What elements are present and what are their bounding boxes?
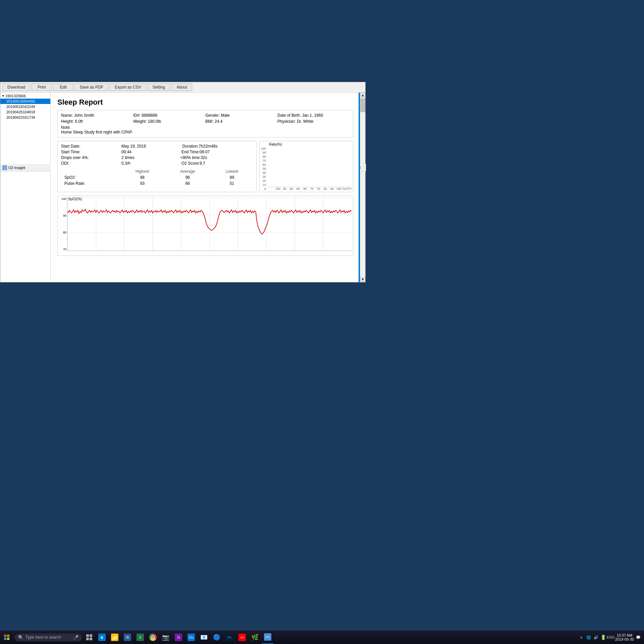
spo2-plot: SpO2(%) <box>67 197 352 251</box>
app9-icon[interactable]: 📧 <box>198 631 210 644</box>
gender-value: Male <box>221 113 230 118</box>
sidebar-item-2[interactable]: 20190425104818 <box>0 109 50 115</box>
ratio-x-85: 85 <box>295 187 301 191</box>
ratio-y-100: 100 <box>261 147 266 150</box>
title-bar-left: O O2 Insight <box>2 165 25 170</box>
bmi-value: 24.4 <box>215 119 222 124</box>
taskbar: 🔍 Type here to search 🎤 e 📁 W X <box>0 631 644 644</box>
sidebar-item-3[interactable]: 20190423161734 <box>0 115 50 120</box>
start-date-row: Start Date: May 19, 2019 Duration: 7h22m… <box>61 144 253 149</box>
patient-row-1: Name: John Smith ID#: 8888888 Gender: Ma… <box>61 113 350 118</box>
stats-container: Start Date: May 19, 2019 Duration: 7h22m… <box>57 141 353 192</box>
o2insight-taskbar-icon[interactable]: O2 <box>262 631 274 644</box>
patient-row-2: Height: 6.0ft Weight: 180.0lb BMI: 24.4 … <box>61 119 350 124</box>
spo2-y-100: 100 <box>59 197 66 201</box>
bmi-label: BMI: <box>205 119 214 124</box>
sidebar-item-0[interactable]: 20190519004450 <box>0 99 50 104</box>
ratio-chart-area: 100 90 80 70 60 50 40 30 20 10 0 <box>261 147 352 191</box>
patient-height-cell: Height: 6.0ft <box>61 119 133 124</box>
outlook-icon[interactable]: Ou <box>185 631 197 644</box>
ratio-x-60: 60 <box>329 187 335 191</box>
drops-label: Drops over 4%: <box>61 155 121 160</box>
svg-rect-5 <box>7 638 9 640</box>
search-icon: 🔍 <box>18 635 23 640</box>
ratio-chart-title: Ratio(%) <box>261 143 352 146</box>
lang-indicator[interactable]: ENG <box>608 634 614 640</box>
stats-table-section: Highest Average Lowest SpO2: 98 96 <box>61 168 253 186</box>
mic-icon: 🎤 <box>73 635 78 640</box>
edge-icon[interactable]: e <box>96 631 108 644</box>
odi-row: ODI: 0.3/h O2 Score: 9.7 <box>61 161 253 166</box>
stats-col-average: Average <box>164 168 211 174</box>
save-pdf-button[interactable]: Save as PDF <box>74 84 108 91</box>
ratio-y-40: 40 <box>261 171 266 174</box>
scrollbar-down-button[interactable]: ▼ <box>360 277 365 282</box>
taskbar-search[interactable]: 🔍 Type here to search 🎤 <box>15 634 82 641</box>
onenote-icon[interactable]: N <box>172 631 184 644</box>
start-date-value: May 19, 2019 <box>121 144 176 149</box>
ratio-x-lt60: <60 <box>335 187 342 191</box>
start-button[interactable] <box>0 631 13 644</box>
name-label: Name: <box>61 113 73 118</box>
start-time-row: Start Time: 00:44 End Time: 08:07 <box>61 150 253 154</box>
export-csv-button[interactable]: Export as CSV <box>110 84 146 91</box>
report-area[interactable]: Sleep Report Name: John Smith ID#: 88888… <box>51 93 360 282</box>
up-arrow-icon[interactable]: ∧ <box>578 634 584 640</box>
ratio-chart-box: Ratio(%) 100 90 80 70 60 50 40 30 20 <box>259 141 353 192</box>
download-button[interactable]: Download <box>2 84 30 91</box>
photoshop-icon[interactable]: Ps <box>223 631 235 644</box>
photos-icon[interactable]: 📷 <box>160 631 172 644</box>
volume-icon[interactable]: 🔊 <box>593 634 599 640</box>
spo2-signal-svg <box>67 197 352 251</box>
network-icon[interactable]: 🌐 <box>586 634 592 640</box>
ratio-x-100: 100 <box>275 187 281 191</box>
about-button[interactable]: About <box>171 84 192 91</box>
sidebar-group: ▼ 1901320666 20190519004450 201905181622… <box>0 93 50 121</box>
report-title: Sleep Report <box>57 98 353 107</box>
scrollbar-track[interactable] <box>360 113 365 277</box>
app-icon: O <box>2 165 7 170</box>
svg-rect-4 <box>4 638 6 640</box>
stats-left: Start Date: May 19, 2019 Duration: 7h22m… <box>57 141 257 192</box>
odi-value: 0.3/h <box>121 161 175 166</box>
ratio-x-90: 90 <box>288 187 294 191</box>
gender-label: Gender: <box>205 113 220 118</box>
acrobat-icon[interactable]: Ac <box>236 631 248 644</box>
pulse-highest: 93 <box>120 180 164 186</box>
taskbar-right: ∧ 🌐 🔊 🔋 ENG 10:37 AM 2019-05-30 💬 <box>578 633 644 641</box>
word-icon[interactable]: W <box>121 631 133 644</box>
taskbar-clock[interactable]: 10:37 AM 2019-05-30 <box>615 633 634 641</box>
id-label: ID#: <box>133 113 141 118</box>
file-explorer-icon[interactable]: 📁 <box>109 631 121 644</box>
setting-button[interactable]: Setting <box>148 84 170 91</box>
notification-icon[interactable]: 💬 <box>635 634 641 640</box>
svg-rect-9 <box>90 638 92 640</box>
print-button[interactable]: Print <box>32 84 52 91</box>
sidebar-item-1[interactable]: 20190518162249 <box>0 104 50 109</box>
scrollbar-up-button[interactable]: ▲ <box>360 93 365 98</box>
edit-button[interactable]: Edit <box>53 84 73 91</box>
spo2-y-70: 70 <box>59 248 66 251</box>
below90-label: <90% time: <box>180 155 201 160</box>
excel-icon[interactable]: X <box>134 631 146 644</box>
ratio-y-90: 90 <box>261 151 266 154</box>
toolbar: Download Print Edit Save as PDF Export a… <box>0 82 365 93</box>
taskview-button[interactable] <box>83 631 95 644</box>
height-value: 6.0ft <box>75 119 83 124</box>
duration-value: 7h22m48s <box>199 144 253 149</box>
patient-name-cell: Name: John Smith <box>61 113 133 118</box>
chrome-icon[interactable] <box>147 631 159 644</box>
pulse-stats-row: Pulse Rate: 93 66 51 <box>61 180 253 186</box>
right-accent-bar <box>359 93 360 282</box>
battery-icon[interactable]: 🔋 <box>600 634 606 640</box>
sidebar-parent[interactable]: ▼ 1901320666 <box>0 93 50 99</box>
vertical-scrollbar[interactable]: ▲ ▼ <box>360 93 365 282</box>
drops-value: 2 times <box>121 155 174 160</box>
scrollbar-thumb[interactable] <box>361 99 365 112</box>
dob-value: Jan 1, 1960 <box>302 113 323 118</box>
ratio-y-20: 20 <box>261 179 266 182</box>
app13-icon[interactable]: 🌿 <box>249 631 261 644</box>
id-val: 8888888 <box>142 113 157 118</box>
app10-icon[interactable]: 🔵 <box>211 631 223 644</box>
ratio-x-80: 80 <box>302 187 308 191</box>
